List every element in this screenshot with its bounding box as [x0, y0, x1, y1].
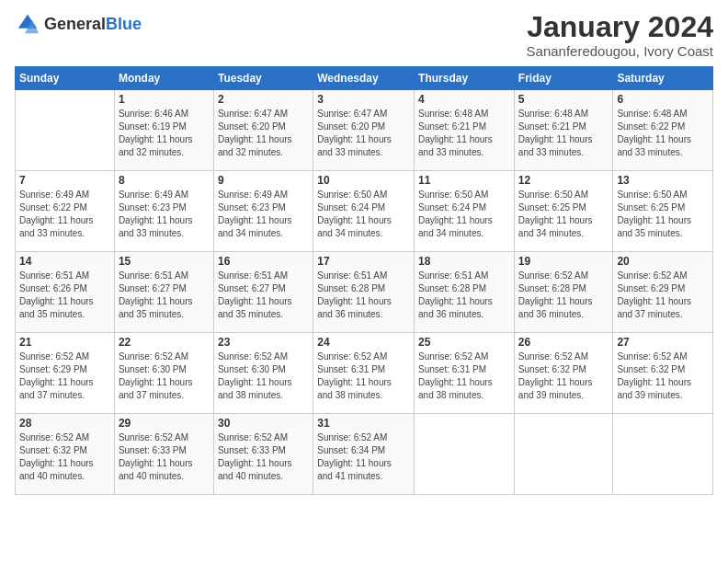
header-row: SundayMondayTuesdayWednesdayThursdayFrid… — [16, 67, 713, 90]
day-info: Sunrise: 6:48 AM Sunset: 6:21 PM Dayligh… — [418, 108, 510, 159]
day-number: 7 — [19, 174, 110, 187]
calendar-cell: 21Sunrise: 6:52 AM Sunset: 6:29 PM Dayli… — [16, 333, 115, 414]
calendar-cell: 3Sunrise: 6:47 AM Sunset: 6:20 PM Daylig… — [313, 90, 415, 171]
day-info: Sunrise: 6:52 AM Sunset: 6:33 PM Dayligh… — [119, 431, 210, 483]
day-number: 31 — [317, 417, 410, 430]
calendar-cell: 25Sunrise: 6:52 AM Sunset: 6:31 PM Dayli… — [415, 333, 515, 414]
calendar-cell: 22Sunrise: 6:52 AM Sunset: 6:30 PM Dayli… — [114, 333, 213, 414]
day-number: 28 — [19, 417, 110, 430]
calendar-cell: 26Sunrise: 6:52 AM Sunset: 6:32 PM Dayli… — [514, 333, 613, 414]
day-info: Sunrise: 6:50 AM Sunset: 6:24 PM Dayligh… — [418, 189, 510, 240]
day-info: Sunrise: 6:52 AM Sunset: 6:33 PM Dayligh… — [218, 431, 309, 483]
calendar-cell: 17Sunrise: 6:51 AM Sunset: 6:28 PM Dayli… — [313, 252, 415, 333]
day-number: 25 — [418, 336, 510, 349]
day-number: 22 — [119, 336, 210, 349]
subtitle: Sananferedougou, Ivory Coast — [527, 43, 713, 59]
day-info: Sunrise: 6:51 AM Sunset: 6:27 PM Dayligh… — [218, 270, 309, 321]
calendar-cell: 12Sunrise: 6:50 AM Sunset: 6:25 PM Dayli… — [514, 171, 613, 252]
calendar-cell: 29Sunrise: 6:52 AM Sunset: 6:33 PM Dayli… — [114, 414, 213, 495]
day-info: Sunrise: 6:48 AM Sunset: 6:22 PM Dayligh… — [617, 108, 709, 159]
day-number: 15 — [119, 255, 210, 268]
day-number: 2 — [218, 93, 309, 106]
day-number: 12 — [518, 174, 609, 187]
calendar-cell: 15Sunrise: 6:51 AM Sunset: 6:27 PM Dayli… — [114, 252, 213, 333]
day-number: 3 — [317, 93, 410, 106]
week-row-1: 1Sunrise: 6:46 AM Sunset: 6:19 PM Daylig… — [16, 90, 713, 171]
day-number: 1 — [119, 93, 210, 106]
calendar-cell: 9Sunrise: 6:49 AM Sunset: 6:23 PM Daylig… — [213, 171, 313, 252]
week-row-3: 14Sunrise: 6:51 AM Sunset: 6:26 PM Dayli… — [16, 252, 713, 333]
day-info: Sunrise: 6:49 AM Sunset: 6:22 PM Dayligh… — [19, 189, 110, 240]
day-info: Sunrise: 6:51 AM Sunset: 6:26 PM Dayligh… — [19, 270, 110, 321]
day-number: 19 — [518, 255, 609, 268]
day-number: 14 — [19, 255, 110, 268]
day-info: Sunrise: 6:50 AM Sunset: 6:25 PM Dayligh… — [518, 189, 609, 240]
day-info: Sunrise: 6:52 AM Sunset: 6:31 PM Dayligh… — [418, 350, 510, 402]
day-number: 24 — [317, 336, 410, 349]
day-number: 17 — [317, 255, 410, 268]
day-info: Sunrise: 6:48 AM Sunset: 6:21 PM Dayligh… — [518, 108, 609, 159]
day-info: Sunrise: 6:52 AM Sunset: 6:34 PM Dayligh… — [317, 431, 410, 483]
day-number: 26 — [518, 336, 609, 349]
calendar-cell: 4Sunrise: 6:48 AM Sunset: 6:21 PM Daylig… — [415, 90, 515, 171]
day-number: 20 — [617, 255, 709, 268]
logo-general: General — [44, 15, 106, 33]
day-info: Sunrise: 6:51 AM Sunset: 6:28 PM Dayligh… — [418, 270, 510, 321]
calendar-cell: 14Sunrise: 6:51 AM Sunset: 6:26 PM Dayli… — [16, 252, 115, 333]
day-info: Sunrise: 6:49 AM Sunset: 6:23 PM Dayligh… — [218, 189, 309, 240]
calendar-cell: 27Sunrise: 6:52 AM Sunset: 6:32 PM Dayli… — [613, 333, 713, 414]
day-info: Sunrise: 6:50 AM Sunset: 6:24 PM Dayligh… — [317, 189, 410, 240]
day-info: Sunrise: 6:52 AM Sunset: 6:28 PM Dayligh… — [518, 270, 609, 321]
day-number: 8 — [119, 174, 210, 187]
calendar-cell: 20Sunrise: 6:52 AM Sunset: 6:29 PM Dayli… — [613, 252, 713, 333]
day-number: 29 — [119, 417, 210, 430]
calendar-cell: 13Sunrise: 6:50 AM Sunset: 6:25 PM Dayli… — [613, 171, 713, 252]
calendar-cell: 10Sunrise: 6:50 AM Sunset: 6:24 PM Dayli… — [313, 171, 415, 252]
day-number: 18 — [418, 255, 510, 268]
calendar-cell: 1Sunrise: 6:46 AM Sunset: 6:19 PM Daylig… — [114, 90, 213, 171]
week-row-2: 7Sunrise: 6:49 AM Sunset: 6:22 PM Daylig… — [16, 171, 713, 252]
day-info: Sunrise: 6:51 AM Sunset: 6:27 PM Dayligh… — [119, 270, 210, 321]
calendar-cell: 24Sunrise: 6:52 AM Sunset: 6:31 PM Dayli… — [313, 333, 415, 414]
day-info: Sunrise: 6:51 AM Sunset: 6:28 PM Dayligh… — [317, 270, 410, 321]
day-info: Sunrise: 6:52 AM Sunset: 6:32 PM Dayligh… — [617, 350, 709, 402]
calendar-cell — [613, 414, 713, 495]
calendar-cell: 23Sunrise: 6:52 AM Sunset: 6:30 PM Dayli… — [213, 333, 313, 414]
day-number: 27 — [617, 336, 709, 349]
day-info: Sunrise: 6:52 AM Sunset: 6:32 PM Dayligh… — [19, 431, 110, 483]
calendar-cell: 28Sunrise: 6:52 AM Sunset: 6:32 PM Dayli… — [16, 414, 115, 495]
logo-blue: Blue — [106, 15, 142, 33]
day-info: Sunrise: 6:47 AM Sunset: 6:20 PM Dayligh… — [317, 108, 410, 159]
day-info: Sunrise: 6:49 AM Sunset: 6:23 PM Dayligh… — [119, 189, 210, 240]
calendar-cell: 7Sunrise: 6:49 AM Sunset: 6:22 PM Daylig… — [16, 171, 115, 252]
calendar-cell: 19Sunrise: 6:52 AM Sunset: 6:28 PM Dayli… — [514, 252, 613, 333]
day-info: Sunrise: 6:52 AM Sunset: 6:32 PM Dayligh… — [518, 350, 609, 402]
calendar-cell: 16Sunrise: 6:51 AM Sunset: 6:27 PM Dayli… — [213, 252, 313, 333]
calendar-cell: 30Sunrise: 6:52 AM Sunset: 6:33 PM Dayli… — [213, 414, 313, 495]
calendar-cell: 8Sunrise: 6:49 AM Sunset: 6:23 PM Daylig… — [114, 171, 213, 252]
day-number: 16 — [218, 255, 309, 268]
calendar-cell: 18Sunrise: 6:51 AM Sunset: 6:28 PM Dayli… — [415, 252, 515, 333]
header-cell-saturday: Saturday — [613, 67, 713, 90]
day-info: Sunrise: 6:52 AM Sunset: 6:30 PM Dayligh… — [218, 350, 309, 402]
calendar-cell — [514, 414, 613, 495]
logo-icon — [15, 11, 40, 37]
day-number: 10 — [317, 174, 410, 187]
week-row-4: 21Sunrise: 6:52 AM Sunset: 6:29 PM Dayli… — [16, 333, 713, 414]
week-row-5: 28Sunrise: 6:52 AM Sunset: 6:32 PM Dayli… — [16, 414, 713, 495]
day-number: 21 — [19, 336, 110, 349]
day-info: Sunrise: 6:52 AM Sunset: 6:29 PM Dayligh… — [617, 270, 709, 321]
day-number: 5 — [518, 93, 609, 106]
day-info: Sunrise: 6:52 AM Sunset: 6:30 PM Dayligh… — [119, 350, 210, 402]
header-cell-sunday: Sunday — [16, 67, 115, 90]
calendar-cell: 2Sunrise: 6:47 AM Sunset: 6:20 PM Daylig… — [213, 90, 313, 171]
calendar-cell: 11Sunrise: 6:50 AM Sunset: 6:24 PM Dayli… — [415, 171, 515, 252]
day-number: 11 — [418, 174, 510, 187]
header-cell-thursday: Thursday — [415, 67, 515, 90]
calendar-cell: 31Sunrise: 6:52 AM Sunset: 6:34 PM Dayli… — [313, 414, 415, 495]
calendar-cell — [16, 90, 115, 171]
main-title: January 2024 — [527, 11, 713, 43]
day-number: 23 — [218, 336, 309, 349]
day-info: Sunrise: 6:52 AM Sunset: 6:31 PM Dayligh… — [317, 350, 410, 402]
header: GeneralBlue January 2024 Sananferedougou… — [15, 11, 713, 59]
